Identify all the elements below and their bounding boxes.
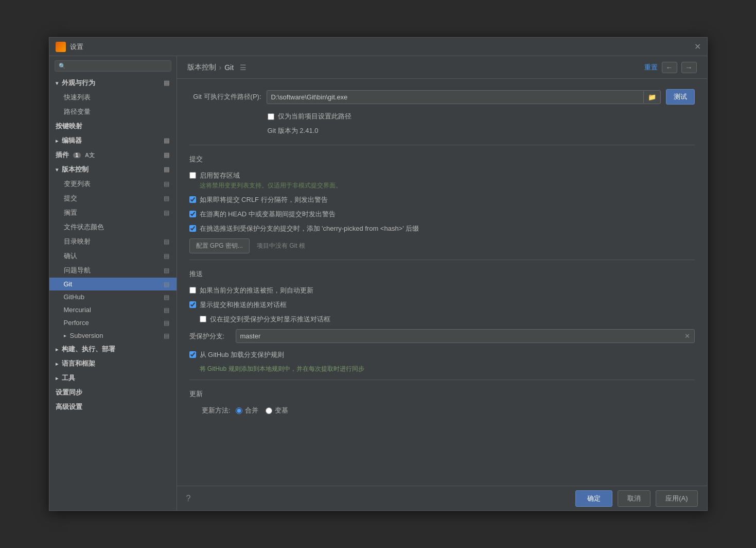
sidebar-label-perforce: Perforce [64,319,89,327]
translate-icon: A文 [85,151,95,159]
sidebar-item-langframe[interactable]: ▸ 语言和框架 [49,356,177,371]
git-icon: ▤ [164,281,169,288]
sidebar-item-perforce[interactable]: Perforce ▤ [49,316,177,329]
forward-button[interactable]: → [681,62,697,73]
github-rules-checkbox[interactable] [189,351,196,358]
sidebar-item-pathvar[interactable]: 路径变量 [49,105,177,119]
sidebar-label-build: 构建、执行、部署 [62,345,115,354]
protected-branch-input[interactable] [236,330,680,342]
sidebar-item-git[interactable]: Git ▤ [49,278,177,290]
staging-row: 启用暂存区域 这将禁用变更列表支持。仅适用于非模式提交界面。 [189,171,695,190]
auto-update-row: 如果当前分支的推送被拒，则自动更新 [189,286,695,295]
sidebar-item-advanced[interactable]: 高级设置 [49,400,177,414]
ok-button[interactable]: 确定 [575,490,612,507]
title-bar: 设置 ✕ [49,38,707,56]
protected-only-checkbox[interactable] [200,316,206,322]
sidebar-label-appearance: 外观与行为 [62,78,95,88]
sidebar-label-confirm: 确认 [64,251,77,261]
plugins-badge: 1 [73,152,81,158]
sidebar-label-mercurial: Mercurial [64,306,91,314]
sidebar-label-github: GitHub [64,293,84,301]
sidebar-item-dirmap[interactable]: 目录映射 ▤ [49,234,177,249]
sidebar-item-appearance[interactable]: ▾ 外观与行为 ▤ [49,76,177,90]
sidebar-item-settingsync[interactable]: 设置同步 [49,385,177,400]
build-chevron-icon: ▸ [56,347,58,352]
apply-button[interactable]: 应用(A) [656,490,697,507]
test-button[interactable]: 测试 [666,89,695,105]
project-only-row: 仅为当前项目设置此路径 [189,112,695,121]
staging-content: 启用暂存区域 这将禁用变更列表支持。仅适用于非模式提交界面。 [200,171,342,190]
protected-only-label: 仅在提交到受保护分支时显示推送对话框 [210,315,330,324]
warn-detached-checkbox[interactable] [189,211,196,217]
sidebar-label-pathvar: 路径变量 [64,107,91,116]
auto-update-checkbox[interactable] [189,287,196,294]
staging-checkbox[interactable] [189,172,196,179]
sidebar-item-shelve[interactable]: 搁置 ▤ [49,206,177,220]
divider-push [189,260,695,260]
clear-protected-button[interactable]: ✕ [680,331,694,341]
sidebar-item-subversion[interactable]: ▸ Subversion ▤ [49,329,177,342]
warn-crlf-row: 如果即将提交 CRLF 行分隔符，则发出警告 [189,195,695,204]
settings-window: 设置 ✕ 🔍 ▾ 外观与行为 ▤ 快速列表 路径变量 按键映射 [49,37,708,511]
push-dialog-label: 显示提交和推送的推送对话框 [200,300,287,310]
sidebar-item-build[interactable]: ▸ 构建、执行、部署 [49,342,177,356]
sidebar-item-changelist[interactable]: 变更列表 ▤ [49,177,177,191]
cherry-pick-label: 在挑选推送到受保护分支的提交时，添加 'cherry-picked from <… [200,224,419,233]
rebase-radio[interactable] [266,407,272,414]
content-area: Git 可执行文件路径(P): 📁 测试 仅为当前项目设置此路径 Git 版本为… [177,79,707,486]
sidebar-item-editor[interactable]: ▸ 编辑器 ▤ [49,133,177,148]
sidebar-item-tools[interactable]: ▸ 工具 [49,371,177,385]
issuenav-icon: ▤ [164,267,169,274]
confirm-icon: ▤ [164,252,169,260]
rebase-label: 变基 [275,406,288,415]
sidebar-item-vcs[interactable]: ▾ 版本控制 ▤ [49,162,177,177]
cherry-pick-row: 在挑选推送到受保护分支的提交时，添加 'cherry-picked from <… [189,224,695,233]
push-dialog-checkbox[interactable] [189,301,196,308]
reset-button[interactable]: 重置 [644,63,658,72]
sidebar-item-issuenav[interactable]: 问题导航 ▤ [49,263,177,278]
git-path-label: Git 可执行文件路径(P): [189,92,261,101]
search-input[interactable] [68,62,167,70]
sidebar-item-plugins[interactable]: 插件 1 A文 ▤ [49,148,177,162]
close-button[interactable]: ✕ [694,42,701,52]
cherry-pick-checkbox[interactable] [189,225,196,232]
sidebar-item-mercurial[interactable]: Mercurial ▤ [49,303,177,316]
git-path-row: Git 可执行文件路径(P): 📁 测试 [189,89,695,105]
sidebar-item-filecolor[interactable]: 文件状态颜色 [49,220,177,234]
sidebar-label-settingsync: 设置同步 [56,388,82,397]
project-only-checkbox[interactable] [268,113,274,120]
staging-checkbox-row: 启用暂存区域 这将禁用变更列表支持。仅适用于非模式提交界面。 [189,171,695,190]
sidebar-item-quicklist[interactable]: 快速列表 [49,90,177,105]
sidebar-label-changelist: 变更列表 [64,179,91,189]
push-section-title: 推送 [189,269,695,279]
sidebar-item-keymap[interactable]: 按键映射 [49,119,177,133]
update-method-row: 更新方法: 合并 变基 [189,406,695,415]
back-button[interactable]: ← [662,62,677,73]
sidebar-item-confirm[interactable]: 确认 ▤ [49,249,177,263]
help-button[interactable]: ? [186,494,191,503]
header-actions: 重置 ← → [644,62,697,73]
cancel-button[interactable]: 取消 [618,490,650,507]
window-title: 设置 [70,42,83,52]
breadcrumb-sep: › [219,63,222,72]
browse-button[interactable]: 📁 [643,91,660,103]
vcs-settings-icon: ▤ [164,166,169,173]
sidebar-item-github[interactable]: GitHub ▤ [49,290,177,303]
radio-group: 合并 变基 [236,406,288,415]
divider-update [189,380,695,380]
push-dialog-row: 显示提交和推送的推送对话框 [189,300,695,310]
gpg-button[interactable]: 配置 GPG 密钥... [189,238,250,253]
sidebar-label-shelve: 搁置 [64,208,77,217]
commit-icon: ▤ [164,195,169,202]
divider-commit [189,145,695,145]
git-path-input[interactable] [267,91,643,104]
protected-branch-row: 受保护分支: ✕ [189,329,695,343]
langframe-chevron-icon: ▸ [56,361,58,367]
warn-crlf-checkbox[interactable] [189,196,196,203]
subversion-icon: ▤ [164,332,169,339]
sidebar-item-commit[interactable]: 提交 ▤ [49,191,177,206]
merge-radio[interactable] [236,407,242,414]
warn-crlf-label: 如果即将提交 CRLF 行分隔符，则发出警告 [200,195,328,204]
footer: ? 确定 取消 应用(A) [177,486,707,510]
main-panel: 版本控制 › Git ☰ 重置 ← → Git 可执行文件路径(P): [177,56,707,510]
